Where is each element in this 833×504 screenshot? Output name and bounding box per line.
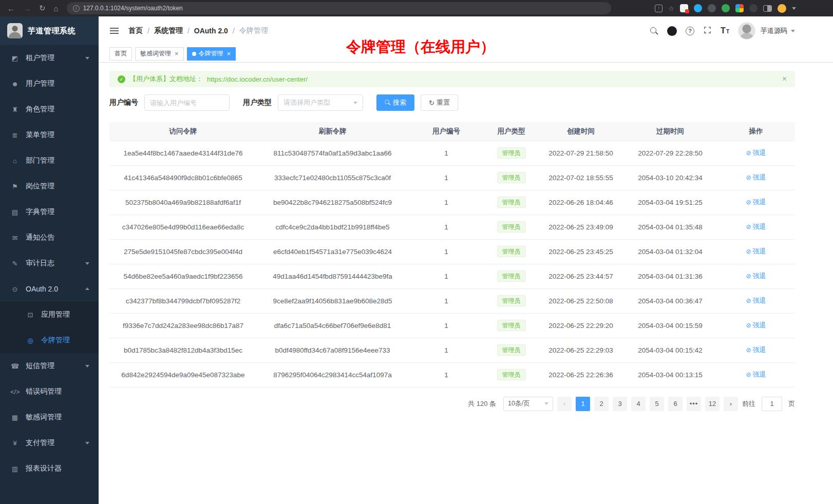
sidebar-item-user[interactable]: ☻ 用户管理 bbox=[0, 71, 99, 96]
tab-label: 敏感词管理 bbox=[140, 49, 171, 58]
page-button[interactable]: 1 bbox=[576, 397, 590, 411]
user-type-select[interactable]: 请选择用户类型 bbox=[278, 94, 363, 111]
browser-profile-avatar[interactable] bbox=[778, 4, 786, 13]
sidebar-item-tenant[interactable]: ◩ 租户管理 bbox=[0, 45, 99, 71]
sidebar-item-label: 通知公告 bbox=[26, 233, 54, 242]
page-button[interactable]: 3 bbox=[613, 397, 627, 411]
page-button[interactable]: 12 bbox=[705, 397, 720, 411]
search-button[interactable]: 搜索 bbox=[376, 94, 414, 111]
expire-time-cell: 2054-03-04 00:15:59 bbox=[623, 313, 717, 338]
created-time-cell: 2022-06-26 18:04:46 bbox=[538, 190, 623, 215]
user-type-label: 用户类型 bbox=[243, 98, 272, 107]
forward-icon[interactable]: → bbox=[23, 4, 31, 13]
user-type-tag: 管理员 bbox=[497, 246, 526, 257]
bookmark-star-icon[interactable]: ☆ bbox=[668, 5, 674, 12]
action-cell: ⊘强退 bbox=[717, 165, 795, 190]
close-icon[interactable]: × bbox=[782, 75, 787, 83]
user-type-tag: 管理员 bbox=[497, 270, 526, 282]
extension-icon-5[interactable] bbox=[749, 4, 758, 12]
sidebar-item-notice[interactable]: ✉ 通知公告 bbox=[0, 225, 99, 250]
home-icon[interactable]: ⌂ bbox=[54, 4, 59, 13]
user-type-cell: 管理员 bbox=[484, 264, 538, 288]
sidebar-item-dictionary[interactable]: ▤ 字典管理 bbox=[0, 199, 99, 225]
page-button[interactable]: 5 bbox=[650, 397, 664, 411]
sidebar-item-label: 租户管理 bbox=[26, 53, 54, 63]
sidebar-item-report-designer[interactable]: ▥ 报表设计器 bbox=[0, 456, 99, 481]
action-cell: ⊘强退 bbox=[717, 362, 795, 387]
goto-page-input[interactable] bbox=[762, 397, 782, 411]
doc-link[interactable]: https://doc.iocoder.cn/user-center/ bbox=[207, 75, 308, 83]
sidebar-item-oauth[interactable]: ⊙ OAuth 2.0 bbox=[0, 276, 99, 302]
page-button[interactable]: 2 bbox=[594, 397, 609, 411]
sidebar-item-role[interactable]: ♜ 角色管理 bbox=[0, 96, 99, 122]
force-logout-button[interactable]: ⊘强退 bbox=[746, 222, 766, 231]
refresh-token-cell: b0df4980ffd34c67a08f9156e4eee733 bbox=[257, 338, 408, 362]
table-row: f9336e7c7dd242a283ee98dc86b17a87 dfa6c71… bbox=[109, 313, 795, 338]
sidebar-item-audit-log[interactable]: ✎ 审计日志 bbox=[0, 250, 99, 276]
fullscreen-icon[interactable] bbox=[703, 26, 712, 36]
force-logout-button[interactable]: ⊘强退 bbox=[746, 198, 766, 207]
force-logout-button[interactable]: ⊘强退 bbox=[746, 370, 766, 379]
collapse-sidebar-icon[interactable] bbox=[108, 25, 120, 37]
sidebar-item-menu[interactable]: ≣ 菜单管理 bbox=[0, 122, 99, 148]
extensions-puzzle-icon[interactable] bbox=[735, 4, 744, 12]
refresh-token-cell: 9ce8ef2aa9f14056b831ae9b608e28d5 bbox=[257, 288, 408, 313]
back-icon[interactable]: ← bbox=[7, 4, 15, 13]
chevron-up-icon bbox=[85, 285, 89, 290]
sidebar-item-sms[interactable]: ☎ 短信管理 bbox=[0, 353, 99, 379]
force-logout-button[interactable]: ⊘强退 bbox=[746, 272, 766, 281]
user-avatar[interactable] bbox=[738, 22, 755, 40]
help-icon[interactable]: ? bbox=[686, 27, 694, 35]
force-logout-button[interactable]: ⊘强退 bbox=[746, 296, 766, 305]
extension-icon-2[interactable] bbox=[694, 4, 702, 12]
page-button[interactable]: 4 bbox=[631, 397, 646, 411]
extension-icon-4[interactable] bbox=[722, 4, 730, 12]
alert-banner: ✓ 【用户体系】文档地址： https://doc.iocoder.cn/use… bbox=[109, 71, 795, 87]
close-icon[interactable]: × bbox=[227, 50, 231, 57]
font-size-icon[interactable]: TT bbox=[721, 26, 729, 35]
user-name[interactable]: 芋道源码 bbox=[761, 26, 787, 35]
sidebar-item-label: 岗位管理 bbox=[26, 182, 54, 191]
browser-menu-chevron-icon[interactable] bbox=[792, 7, 796, 12]
next-page-button[interactable]: › bbox=[724, 397, 738, 411]
extension-icon-1[interactable] bbox=[680, 4, 688, 12]
active-dot-icon bbox=[192, 52, 196, 56]
sidebar-subitem-app-management[interactable]: ⊡ 应用管理 bbox=[0, 302, 99, 327]
sidebar-item-error-code[interactable]: </> 错误码管理 bbox=[0, 379, 99, 404]
prev-page-button[interactable]: ‹ bbox=[557, 397, 572, 411]
chevron-down-icon bbox=[85, 365, 89, 370]
delete-icon: ⊘ bbox=[746, 322, 751, 329]
breadcrumb-oauth[interactable]: OAuth 2.0 bbox=[194, 27, 228, 35]
tab-token-management[interactable]: 令牌管理 × bbox=[187, 47, 236, 61]
force-logout-button[interactable]: ⊘强退 bbox=[746, 321, 766, 330]
page-button[interactable]: 6 bbox=[668, 397, 683, 411]
user-menu-chevron-icon[interactable] bbox=[791, 30, 795, 34]
force-logout-button[interactable]: ⊘强退 bbox=[746, 173, 766, 182]
force-logout-button[interactable]: ⊘强退 bbox=[746, 345, 766, 355]
reset-button[interactable]: ↻ 重置 bbox=[421, 94, 458, 111]
browser-sidebar-icon[interactable] bbox=[763, 5, 772, 12]
close-icon[interactable]: × bbox=[175, 50, 179, 57]
search-icon[interactable] bbox=[650, 27, 658, 35]
sidebar-item-department[interactable]: ⌂ 部门管理 bbox=[0, 148, 99, 173]
tab-home[interactable]: 首页 bbox=[109, 47, 132, 61]
page-button[interactable]: ••• bbox=[687, 397, 701, 411]
page-size-select[interactable]: 10条/页 bbox=[503, 397, 553, 411]
sidebar-item-post[interactable]: ⚑ 岗位管理 bbox=[0, 173, 99, 199]
force-logout-button[interactable]: ⊘强退 bbox=[746, 247, 766, 256]
sidebar-item-sensitive-word[interactable]: ▦ 敏感词管理 bbox=[0, 404, 99, 430]
user-id-input[interactable] bbox=[144, 94, 230, 111]
token-icon: ◎ bbox=[26, 337, 35, 344]
sidebar-item-payment[interactable]: ¥ 支付管理 bbox=[0, 430, 99, 456]
breadcrumb-system[interactable]: 系统管理 bbox=[154, 26, 183, 35]
share-icon[interactable]: ↑ bbox=[655, 5, 662, 12]
force-logout-button[interactable]: ⊘强退 bbox=[746, 148, 766, 158]
extension-icon-3[interactable] bbox=[708, 4, 716, 12]
sidebar-subitem-token-management[interactable]: ◎ 令牌管理 bbox=[0, 327, 99, 353]
reload-icon[interactable]: ↻ bbox=[39, 4, 46, 13]
breadcrumb-home[interactable]: 首页 bbox=[128, 26, 143, 35]
site-info-icon[interactable]: i bbox=[73, 5, 80, 12]
github-icon[interactable] bbox=[667, 26, 677, 36]
tab-sensitive-word[interactable]: 敏感词管理 × bbox=[135, 47, 184, 61]
url-bar[interactable]: i 127.0.0.1:1024/system/oauth2/token bbox=[67, 2, 611, 14]
